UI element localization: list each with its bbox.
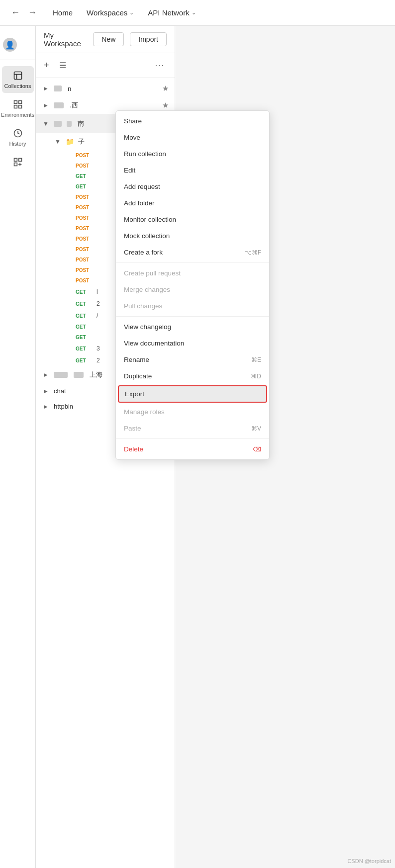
context-menu: Share Move Run collection Edit Add reque… — [115, 110, 270, 460]
svg-rect-8 — [14, 159, 17, 162]
history-icon — [12, 128, 23, 139]
menu-item-share[interactable]: Share — [116, 113, 269, 129]
menu-label-add-request: Add request — [124, 183, 160, 190]
subfolder-chevron[interactable]: ▼ — [54, 138, 62, 145]
back-button[interactable]: ← — [8, 5, 23, 20]
chevron-right-httpbin[interactable]: ► — [42, 403, 50, 410]
collections-label: Collections — [4, 83, 31, 89]
menu-label-add-folder: Add folder — [124, 199, 155, 207]
menu-label-delete: Delete — [124, 445, 143, 453]
method-post-13: POST — [76, 278, 93, 283]
menu-item-add-request[interactable]: Add request — [116, 178, 269, 195]
chevron-down-3[interactable]: ▼ — [42, 120, 50, 127]
folder-icon: 📁 — [66, 138, 74, 146]
folder-name: 子 — [78, 137, 85, 146]
environments-label: Environments — [1, 112, 34, 118]
svg-rect-9 — [18, 159, 21, 162]
method-get-15: GET — [76, 301, 93, 307]
api-network-label: API Network — [148, 8, 189, 17]
chevron-right-shanghai[interactable]: ► — [42, 371, 50, 378]
method-get-4: GET — [76, 184, 93, 189]
sidebar-item-collections[interactable]: Collections — [2, 66, 34, 93]
method-post-6: POST — [76, 205, 93, 210]
api-name-16: / — [97, 312, 98, 319]
home-label: Home — [53, 8, 73, 17]
api-name-19: 3 — [97, 345, 100, 352]
menu-item-add-folder[interactable]: Add folder — [116, 195, 269, 211]
svg-rect-10 — [14, 163, 17, 166]
collection-item-1[interactable]: ► n ★ — [36, 80, 175, 97]
collection-name-2: .西 — [70, 101, 158, 110]
menu-label-run: Run collection — [124, 150, 166, 158]
menu-item-duplicate[interactable]: Duplicate ⌘D — [116, 368, 269, 384]
sidebar-item-more[interactable] — [2, 153, 34, 172]
star-button-1[interactable]: ★ — [162, 84, 169, 93]
menu-item-documentation[interactable]: View documentation — [116, 335, 269, 351]
menu-item-delete[interactable]: Delete ⌫ — [116, 441, 269, 457]
sidebar-item-history[interactable]: History — [2, 124, 34, 151]
menu-item-edit[interactable]: Edit — [116, 162, 269, 178]
menu-item-mock[interactable]: Mock collection — [116, 228, 269, 244]
api-network-chevron: ⌄ — [192, 9, 196, 16]
method-get-17: GET — [76, 324, 93, 330]
menu-item-move[interactable]: Move — [116, 129, 269, 146]
star-button-2[interactable]: ★ — [162, 101, 169, 110]
history-label: History — [9, 141, 26, 147]
workspace-bar: My Workspace New Import — [36, 26, 175, 53]
method-get-16: GET — [76, 313, 93, 319]
svg-rect-3 — [14, 101, 17, 104]
api-name-15: 2 — [97, 300, 100, 307]
api-network-nav-item[interactable]: API Network ⌄ — [143, 5, 200, 20]
api-name-14: l — [97, 288, 98, 295]
sidebar-icons: 👤 Collections — [0, 26, 36, 868]
method-get-3: GET — [76, 174, 93, 179]
menu-item-manage-roles: Manage roles — [116, 404, 269, 420]
delete-shortcut: ⌫ — [253, 446, 261, 453]
menu-label-monitor: Monitor collection — [124, 216, 176, 223]
main-layout: 👤 Collections — [0, 26, 395, 868]
new-button[interactable]: New — [93, 32, 124, 46]
nav-arrows: ← → — [8, 5, 40, 20]
menu-label-mock: Mock collection — [124, 232, 170, 240]
panel-more-button[interactable]: ··· — [151, 59, 169, 72]
menu-divider-3 — [116, 438, 269, 439]
forward-button[interactable]: → — [25, 5, 40, 20]
home-nav-item[interactable]: Home — [48, 5, 78, 20]
environments-icon — [12, 99, 23, 110]
workspaces-nav-item[interactable]: Workspaces ⌄ — [82, 5, 139, 20]
more-icon — [12, 157, 23, 168]
fork-shortcut: ⌥⌘F — [245, 249, 261, 256]
menu-item-run-collection[interactable]: Run collection — [116, 146, 269, 162]
menu-label-create-pull: Create pull request — [124, 269, 181, 277]
menu-item-changelog[interactable]: View changelog — [116, 319, 269, 335]
workspaces-label: Workspaces — [87, 8, 127, 17]
watermark: CSDN @torpidcat — [347, 858, 391, 864]
menu-label-move: Move — [124, 134, 140, 141]
method-get-18: GET — [76, 335, 93, 340]
menu-item-pull: Pull changes — [116, 298, 269, 314]
menu-label-paste: Paste — [124, 425, 141, 432]
chevron-right-2[interactable]: ► — [42, 102, 50, 109]
method-post-2: POST — [76, 163, 93, 169]
add-collection-button[interactable]: + — [42, 58, 51, 73]
menu-label-export: Export — [125, 390, 144, 398]
menu-divider-2 — [116, 316, 269, 317]
svg-rect-6 — [18, 105, 21, 108]
method-get-19: GET — [76, 346, 93, 351]
menu-item-create-pull: Create pull request — [116, 265, 269, 281]
menu-item-rename[interactable]: Rename ⌘E — [116, 351, 269, 368]
menu-label-duplicate: Duplicate — [124, 372, 152, 380]
menu-item-create-fork[interactable]: Create a fork ⌥⌘F — [116, 244, 269, 260]
import-button[interactable]: Import — [130, 32, 167, 46]
sidebar-item-environments[interactable]: Environments — [2, 95, 34, 122]
collections-icon — [12, 70, 23, 81]
workspaces-chevron: ⌄ — [129, 9, 134, 16]
chevron-right-1[interactable]: ► — [42, 85, 50, 92]
method-post-7: POST — [76, 215, 93, 221]
method-post-8: POST — [76, 226, 93, 231]
menu-item-export[interactable]: Export — [118, 385, 267, 403]
chevron-right-chat[interactable]: ► — [42, 388, 50, 395]
rename-shortcut: ⌘E — [251, 356, 261, 363]
filter-button[interactable]: ☰ — [55, 59, 147, 72]
menu-item-monitor[interactable]: Monitor collection — [116, 211, 269, 228]
